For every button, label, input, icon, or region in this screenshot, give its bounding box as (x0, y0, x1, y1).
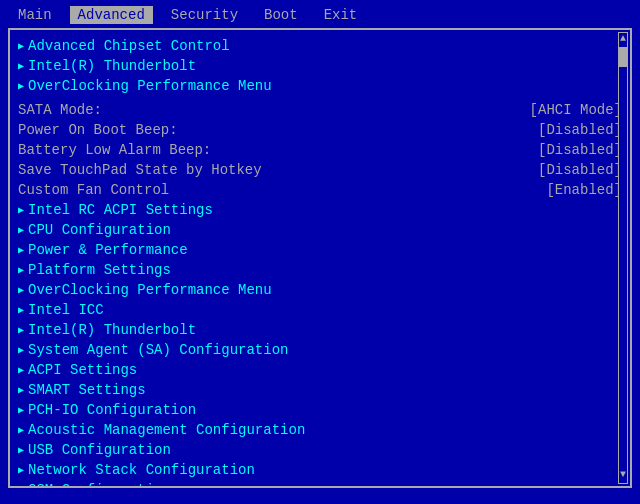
list-label: SMART Settings (28, 382, 146, 398)
list-label: Platform Settings (28, 262, 171, 278)
scrollbar-thumb[interactable] (619, 47, 627, 67)
config-row[interactable]: Power On Boot Beep:[Disabled] (18, 120, 622, 140)
arrow-icon: ▶ (18, 444, 24, 456)
config-label: Power On Boot Beep: (18, 122, 178, 138)
list-label: Power & Performance (28, 242, 188, 258)
arrow-icon: ▶ (18, 204, 24, 216)
list-item[interactable]: ▶System Agent (SA) Configuration (18, 340, 622, 360)
scroll-down-icon[interactable]: ▼ (620, 469, 626, 481)
list-item[interactable]: ▶SMART Settings (18, 380, 622, 400)
list-label: USB Configuration (28, 442, 171, 458)
list-item[interactable]: ▶Platform Settings (18, 260, 622, 280)
submenu-item[interactable]: ▶Intel(R) Thunderbolt (18, 56, 622, 76)
config-value: [AHCI Mode] (530, 102, 622, 118)
arrow-icon: ▶ (18, 284, 24, 296)
menu-bar: MainAdvancedSecurityBootExit (0, 4, 640, 26)
list-item[interactable]: ▶CPU Configuration (18, 220, 622, 240)
list-label: OverClocking Performance Menu (28, 282, 272, 298)
config-label: SATA Mode: (18, 102, 102, 118)
arrow-icon: ▶ (18, 424, 24, 436)
list-item[interactable]: ▶Intel(R) Thunderbolt (18, 320, 622, 340)
arrow-icon: ▶ (18, 344, 24, 356)
list-item[interactable]: ▶Intel ICC (18, 300, 622, 320)
arrow-icon: ▶ (18, 384, 24, 396)
list-item[interactable]: ▶Power & Performance (18, 240, 622, 260)
submenu-label: Intel(R) Thunderbolt (28, 58, 196, 74)
list-section: ▶Intel RC ACPI Settings▶CPU Configuratio… (18, 200, 622, 488)
config-value: [Disabled] (538, 142, 622, 158)
config-value: [Disabled] (538, 122, 622, 138)
config-section: SATA Mode:[AHCI Mode]Power On Boot Beep:… (18, 100, 622, 200)
arrow-icon: ▶ (18, 404, 24, 416)
list-item[interactable]: ▶OverClocking Performance Menu (18, 280, 622, 300)
list-label: ACPI Settings (28, 362, 137, 378)
content-area: ▶Advanced Chipset Control▶Intel(R) Thund… (8, 28, 632, 488)
menu-item-exit[interactable]: Exit (316, 6, 366, 24)
menu-item-advanced[interactable]: Advanced (70, 6, 153, 24)
list-item[interactable]: ▶Network Stack Configuration (18, 460, 622, 480)
submenu-label: Advanced Chipset Control (28, 38, 230, 54)
submenu-item[interactable]: ▶OverClocking Performance Menu (18, 76, 622, 96)
config-row[interactable]: Save TouchPad State by Hotkey[Disabled] (18, 160, 622, 180)
list-label: System Agent (SA) Configuration (28, 342, 288, 358)
list-label: CPU Configuration (28, 222, 171, 238)
list-label: PCH-IO Configuration (28, 402, 196, 418)
menu-item-security[interactable]: Security (163, 6, 246, 24)
list-label: Intel(R) Thunderbolt (28, 322, 196, 338)
list-item[interactable]: ▶PCH-IO Configuration (18, 400, 622, 420)
list-item[interactable]: ▶Intel RC ACPI Settings (18, 200, 622, 220)
arrow-icon: ▶ (18, 40, 24, 52)
arrow-icon: ▶ (18, 484, 24, 488)
submenu-item[interactable]: ▶Advanced Chipset Control (18, 36, 622, 56)
arrow-icon: ▶ (18, 464, 24, 476)
config-row[interactable]: SATA Mode:[AHCI Mode] (18, 100, 622, 120)
arrow-icon: ▶ (18, 324, 24, 336)
list-label: Acoustic Management Configuration (28, 422, 305, 438)
config-label: Save TouchPad State by Hotkey (18, 162, 262, 178)
config-value: [Enabled] (546, 182, 622, 198)
config-value: [Disabled] (538, 162, 622, 178)
arrow-icon: ▶ (18, 244, 24, 256)
list-label: Intel RC ACPI Settings (28, 202, 213, 218)
arrow-icon: ▶ (18, 80, 24, 92)
list-label: Intel ICC (28, 302, 104, 318)
menu-item-boot[interactable]: Boot (256, 6, 306, 24)
list-item[interactable]: ▶Acoustic Management Configuration (18, 420, 622, 440)
list-label: CSM Configuration (28, 482, 171, 488)
config-row[interactable]: Custom Fan Control[Enabled] (18, 180, 622, 200)
config-label: Battery Low Alarm Beep: (18, 142, 211, 158)
scrollbar[interactable]: ▲ ▼ (618, 32, 628, 484)
arrow-icon: ▶ (18, 60, 24, 72)
arrow-icon: ▶ (18, 304, 24, 316)
config-row[interactable]: Battery Low Alarm Beep:[Disabled] (18, 140, 622, 160)
submenu-section: ▶Advanced Chipset Control▶Intel(R) Thund… (18, 36, 622, 96)
arrow-icon: ▶ (18, 364, 24, 376)
list-item[interactable]: ▶CSM Configuration (18, 480, 622, 488)
list-label: Network Stack Configuration (28, 462, 255, 478)
menu-item-main[interactable]: Main (10, 6, 60, 24)
list-item[interactable]: ▶USB Configuration (18, 440, 622, 460)
scroll-up-icon[interactable]: ▲ (620, 33, 626, 45)
arrow-icon: ▶ (18, 264, 24, 276)
list-item[interactable]: ▶ACPI Settings (18, 360, 622, 380)
arrow-icon: ▶ (18, 224, 24, 236)
config-label: Custom Fan Control (18, 182, 169, 198)
submenu-label: OverClocking Performance Menu (28, 78, 272, 94)
